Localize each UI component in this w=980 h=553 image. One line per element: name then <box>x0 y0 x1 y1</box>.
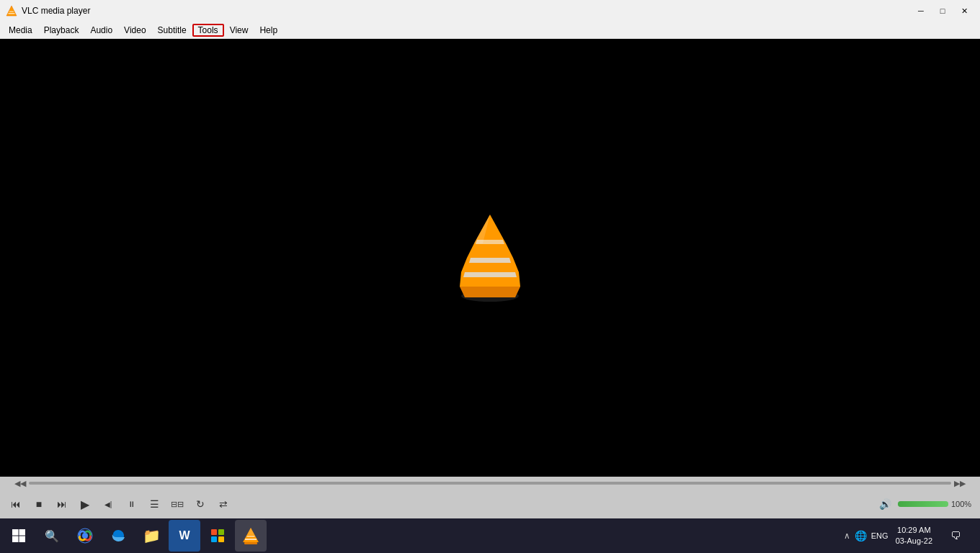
taskbar-chrome[interactable] <box>69 520 101 552</box>
vlc-title-icon <box>6 5 17 17</box>
window-controls: ─ □ ✕ <box>911 4 974 18</box>
taskbar-right: ∧ 🌐 ENG 10:29 AM 03-Aug-22 🗨 <box>844 520 977 552</box>
app-title: VLC media player <box>22 6 90 16</box>
svg-rect-15 <box>12 536 19 543</box>
maximize-button[interactable]: □ <box>932 4 953 18</box>
vlc-taskbar-icon <box>241 526 260 545</box>
svg-rect-1 <box>9 13 15 14</box>
seek-back-small[interactable]: ◀◀ <box>14 479 26 488</box>
menu-media[interactable]: Media <box>3 24 38 37</box>
menu-audio[interactable]: Audio <box>84 24 118 37</box>
word-icon: W <box>179 529 190 542</box>
volume-button[interactable]: 🔊 <box>875 494 895 514</box>
progress-bar[interactable] <box>29 482 951 485</box>
next-button[interactable]: ⏭ <box>52 494 72 514</box>
taskbar-word[interactable]: W <box>169 520 200 552</box>
stop-button[interactable]: ■ <box>29 494 49 514</box>
taskbar-store[interactable] <box>202 520 233 552</box>
svg-marker-12 <box>476 240 504 244</box>
svg-rect-20 <box>218 529 224 535</box>
start-button[interactable] <box>3 520 35 552</box>
svg-marker-24 <box>247 528 254 535</box>
video-area <box>0 39 980 477</box>
volume-area: 🔊 100% <box>875 494 974 514</box>
clock-area[interactable]: 10:29 AM 03-Aug-22 <box>891 523 937 549</box>
taskbar-file-explorer[interactable]: 📁 <box>135 520 167 552</box>
svg-rect-26 <box>247 536 255 537</box>
svg-rect-13 <box>12 529 19 536</box>
play-button[interactable]: ▶ <box>75 494 95 514</box>
network-icon[interactable]: 🌐 <box>855 530 867 541</box>
tray-chevron[interactable]: ∧ <box>844 531 850 541</box>
menu-video[interactable]: Video <box>118 24 151 37</box>
progress-area: ◀◀ ▶▶ <box>0 477 980 490</box>
clock-date: 03-Aug-22 <box>896 536 932 547</box>
taskbar-vlc[interactable] <box>235 520 267 552</box>
loop-button[interactable]: ↻ <box>190 494 210 514</box>
extended-settings-button[interactable]: ⊟⊟ <box>167 494 187 514</box>
system-tray: ∧ 🌐 ENG <box>844 530 888 541</box>
menu-tools[interactable]: Tools <box>192 24 224 37</box>
previous-button[interactable]: ⏮ <box>6 494 26 514</box>
title-left: VLC media player <box>6 5 90 17</box>
chrome-icon <box>76 527 94 544</box>
menu-bar: Media Playback Audio Video Subtitle Tool… <box>0 22 980 39</box>
notification-button[interactable]: 🗨 <box>940 520 971 552</box>
equalizer-button[interactable]: ⏸ <box>121 494 141 514</box>
svg-rect-27 <box>244 542 257 544</box>
store-icon <box>209 527 226 544</box>
menu-playback[interactable]: Playback <box>38 24 85 37</box>
svg-marker-8 <box>469 258 511 263</box>
clock-time: 10:29 AM <box>897 525 930 536</box>
minimize-button[interactable]: ─ <box>911 4 931 18</box>
svg-rect-16 <box>19 536 26 543</box>
taskbar-search-button[interactable]: 🔍 <box>36 520 68 552</box>
svg-rect-21 <box>211 536 217 542</box>
svg-rect-19 <box>211 529 217 535</box>
frame-prev-button[interactable]: ◀| <box>98 494 118 514</box>
svg-marker-6 <box>463 272 517 277</box>
taskbar-edge[interactable] <box>102 520 134 552</box>
menu-subtitle[interactable]: Subtitle <box>152 24 192 37</box>
svg-marker-4 <box>460 287 520 297</box>
taskbar: 🔍 📁 W <box>0 518 980 553</box>
svg-marker-9 <box>467 243 513 258</box>
svg-rect-25 <box>245 539 257 540</box>
svg-rect-14 <box>19 529 26 536</box>
playlist-button[interactable]: ☰ <box>144 494 164 514</box>
title-bar: VLC media player ─ □ ✕ <box>0 0 980 22</box>
volume-label: 100% <box>951 500 974 508</box>
menu-help[interactable]: Help <box>254 24 283 37</box>
close-button[interactable]: ✕ <box>954 4 974 18</box>
vlc-cone <box>447 211 533 305</box>
edge-icon <box>110 527 127 544</box>
language-indicator[interactable]: ENG <box>871 531 888 540</box>
volume-slider[interactable] <box>898 501 948 507</box>
menu-view[interactable]: View <box>224 24 254 37</box>
windows-icon <box>12 529 26 543</box>
svg-point-18 <box>82 533 88 539</box>
seek-forward-small[interactable]: ▶▶ <box>954 479 966 488</box>
svg-rect-22 <box>218 536 224 542</box>
svg-rect-2 <box>9 12 14 12</box>
controls-area: ⏮ ■ ⏭ ▶ ◀| ⏸ ☰ ⊟⊟ ↻ ⇄ 🔊 100% <box>0 490 980 518</box>
random-button[interactable]: ⇄ <box>213 494 233 514</box>
svg-marker-0 <box>6 6 17 16</box>
